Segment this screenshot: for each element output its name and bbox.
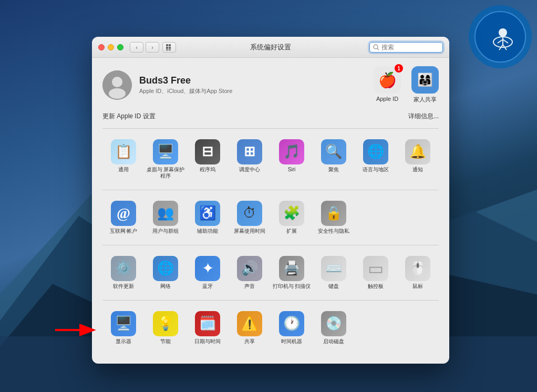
app-icon-mouse[interactable]: 🖱️鼠标: [397, 254, 439, 292]
software-update-icon: ⚙️: [111, 256, 136, 281]
apple-logo-icon: 🍎: [378, 71, 397, 89]
app-icon-desktop-screensaver[interactable]: 🖥️桌面与 屏幕保护程序: [144, 137, 187, 181]
network-label: 网络: [160, 283, 171, 290]
time-machine-icon: 🕐: [279, 311, 304, 336]
security-privacy-icon: 🔒: [321, 201, 346, 226]
app-icon-screen-time[interactable]: ⏱屏幕使用时间: [229, 199, 271, 236]
divider-4: [102, 300, 439, 301]
maximize-button[interactable]: [117, 44, 123, 50]
app-icon-mission-control[interactable]: ⊞调度中心: [229, 137, 271, 181]
forward-button[interactable]: ›: [146, 42, 159, 53]
svg-point-8: [499, 28, 507, 37]
app-icon-displays[interactable]: 🖥️显示器: [102, 309, 144, 347]
update-text: 更新 Apple ID 设置: [102, 112, 156, 121]
section-3-grid: ⚙️软件更新🌐网络✦蓝牙🔊声音🖨️打印机与 扫描仪⌨️键盘▭触控板🖱️鼠标: [102, 250, 439, 296]
bluetooth-label: 蓝牙: [202, 283, 213, 290]
time-machine-icon-emoji: 🕐: [283, 315, 300, 332]
grid-view-button[interactable]: [162, 42, 176, 53]
family-sharing-icon-box: 👨‍👩‍👧: [411, 66, 439, 94]
back-button[interactable]: ‹: [130, 42, 143, 53]
profile-subtitle: Apple ID、iCloud、媒体与App Store: [139, 87, 232, 95]
app-icon-time-machine[interactable]: 🕐时间机器: [271, 309, 313, 347]
family-sharing-button[interactable]: 👨‍👩‍👧 家人共享: [411, 66, 439, 104]
screen-time-icon: ⏱: [237, 201, 262, 226]
app-icon-trackpad[interactable]: ▭触控板: [355, 254, 397, 292]
search-input[interactable]: [381, 44, 439, 51]
svg-line-21: [377, 48, 379, 50]
svg-rect-14: [166, 44, 168, 46]
profile-info: Buds3 Free Apple ID、iCloud、媒体与App Store: [139, 75, 232, 95]
mouse-icon-emoji: 🖱️: [409, 260, 426, 276]
startup-disk-icon-emoji: 💿: [325, 315, 342, 332]
bluetooth-icon: ✦: [195, 256, 220, 281]
apple-id-button[interactable]: 🍎 1 Apple ID: [374, 66, 401, 104]
trackpad-label: 触控板: [368, 283, 384, 290]
app-icon-bluetooth[interactable]: ✦蓝牙: [187, 254, 229, 292]
users-groups-icon: 👥: [153, 201, 178, 226]
energy-saver-icon: 💡: [153, 311, 178, 336]
profile-section: Buds3 Free Apple ID、iCloud、媒体与App Store …: [102, 66, 439, 104]
mission-control-label: 调度中心: [239, 167, 260, 173]
app-icon-notifications[interactable]: 🔔通知: [397, 137, 439, 181]
extensions-label: 扩展: [286, 228, 297, 234]
network-icon: 🌐: [153, 256, 178, 281]
dock-label: 程序坞: [200, 167, 215, 173]
minimize-button[interactable]: [108, 44, 114, 50]
time-machine-label: 时间机器: [281, 338, 302, 345]
app-icon-accessibility[interactable]: ♿辅助功能: [187, 199, 229, 236]
screen-time-icon-emoji: ⏱: [243, 205, 256, 221]
app-icon-spotlight[interactable]: 🔍聚焦: [313, 137, 355, 181]
spotlight-icon: 🔍: [321, 139, 346, 164]
mouse-label: 鼠标: [412, 283, 423, 290]
sharing-icon: ⚠️: [237, 311, 262, 336]
app-icon-language-region[interactable]: 🌐语言与地区: [355, 137, 397, 181]
section-3: ⚙️软件更新🌐网络✦蓝牙🔊声音🖨️打印机与 扫描仪⌨️键盘▭触控板🖱️鼠标: [102, 250, 439, 296]
spotlight-label: 聚焦: [328, 167, 339, 173]
avatar-icon: [102, 70, 132, 100]
app-icon-software-update[interactable]: ⚙️软件更新: [102, 254, 144, 292]
energy-saver-icon-emoji: 💡: [157, 315, 174, 332]
close-button[interactable]: [98, 44, 105, 50]
divider-3: [102, 245, 439, 245]
energy-saver-label: 节能: [160, 338, 171, 345]
update-link[interactable]: 详细信息...: [408, 112, 439, 121]
internet-accounts-icon: @: [111, 201, 136, 226]
app-icon-network[interactable]: 🌐网络: [144, 254, 187, 292]
siri-icon: 🎵: [279, 139, 304, 164]
avatar[interactable]: [102, 70, 132, 100]
app-icon-sharing[interactable]: ⚠️共享: [229, 309, 271, 347]
printers-scanners-icon-emoji: 🖨️: [283, 260, 300, 276]
app-icon-keyboard[interactable]: ⌨️键盘: [313, 254, 355, 292]
general-icon-emoji: 📋: [115, 143, 132, 160]
app-icon-startup-disk[interactable]: 💿启动磁盘: [313, 309, 355, 347]
svg-point-20: [374, 45, 378, 49]
language-region-icon-emoji: 🌐: [367, 143, 384, 160]
notifications-icon: 🔔: [405, 139, 430, 164]
app-icon-sound[interactable]: 🔊声音: [229, 254, 271, 292]
profile-right: 🍎 1 Apple ID 👨‍👩‍👧 家人共享: [374, 66, 439, 104]
app-icon-energy-saver[interactable]: 💡节能: [144, 309, 187, 347]
update-banner: 更新 Apple ID 设置 详细信息...: [102, 112, 439, 121]
app-icon-siri[interactable]: 🎵Siri: [271, 137, 313, 181]
search-box[interactable]: [369, 42, 443, 53]
date-time-label: 日期与时间: [194, 338, 221, 345]
family-sharing-label: 家人共享: [414, 96, 437, 104]
content-area: Buds3 Free Apple ID、iCloud、媒体与App Store …: [92, 58, 449, 364]
app-icon-date-time[interactable]: 🗓️日期与时间: [187, 309, 229, 347]
section-2: @互联网 帐户👥用户与群组♿辅助功能⏱屏幕使用时间🧩扩展🔒安全性与隐私: [102, 194, 439, 241]
notifications-label: 通知: [412, 167, 423, 173]
language-region-icon: 🌐: [363, 139, 388, 164]
app-icon-printers-scanners[interactable]: 🖨️打印机与 扫描仪: [271, 254, 313, 292]
app-icon-internet-accounts[interactable]: @互联网 帐户: [102, 199, 144, 236]
app-icon-users-groups[interactable]: 👥用户与群组: [144, 199, 187, 236]
apple-id-icon-box: 🍎 1: [374, 66, 401, 94]
titlebar: ‹ › 系统偏好设置: [92, 37, 449, 58]
app-icon-extensions[interactable]: 🧩扩展: [271, 199, 313, 236]
keyboard-icon-emoji: ⌨️: [325, 260, 342, 276]
keyboard-icon: ⌨️: [321, 256, 346, 281]
app-icon-dock[interactable]: ⊟程序坞: [187, 137, 229, 181]
svg-rect-19: [169, 49, 171, 50]
app-icon-security-privacy[interactable]: 🔒安全性与隐私: [313, 199, 355, 236]
app-icon-general[interactable]: 📋通用: [102, 137, 144, 181]
printers-scanners-icon: 🖨️: [279, 256, 304, 281]
